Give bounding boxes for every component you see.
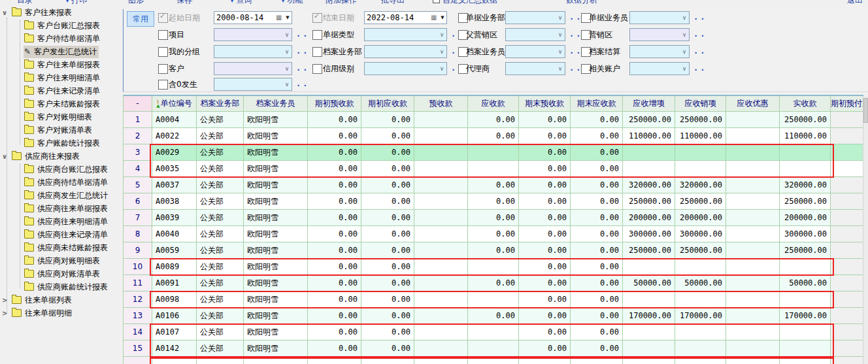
table-cell[interactable]: 公关部 [197, 275, 244, 291]
table-cell[interactable] [780, 144, 831, 161]
table-cell[interactable]: A0107 [152, 324, 197, 340]
table-cell[interactable]: 0.00 [519, 226, 571, 242]
table-cell[interactable] [726, 242, 780, 259]
table-cell[interactable]: 0.00 [519, 177, 571, 193]
table-cell[interactable]: A0035 [152, 161, 197, 177]
table-cell[interactable]: 0.00 [308, 161, 361, 177]
table-cell[interactable] [414, 210, 468, 226]
filter-checkbox-信用级别[interactable] [312, 64, 322, 74]
table-cell[interactable] [726, 128, 780, 144]
menu-item-7[interactable]: 附加操作 [326, 0, 357, 5]
table-cell[interactable]: 0.00 [519, 210, 571, 226]
table-cell[interactable]: 公关部 [197, 291, 244, 308]
row-number-cell[interactable]: 11 [124, 275, 152, 291]
filter-checkbox-我的分组[interactable] [158, 47, 168, 57]
table-cell[interactable]: 0.00 [361, 112, 414, 128]
chevron-down-icon[interactable]: ∨ [282, 81, 292, 88]
table-cell[interactable] [623, 291, 675, 308]
table-cell[interactable]: 0.00 [361, 144, 414, 161]
table-cell[interactable]: A0039 [152, 210, 197, 226]
table-cell[interactable]: 0.00 [308, 128, 361, 144]
table-cell[interactable] [726, 291, 780, 308]
select-field-档案结算[interactable]: ∨ [629, 45, 690, 58]
browse-dots-button[interactable]: .. [296, 79, 309, 88]
table-cell[interactable]: 250000.00 [780, 193, 831, 210]
chevron-down-icon[interactable]: ∨ [680, 48, 689, 55]
table-cell[interactable]: 50000.00 [675, 275, 726, 291]
chevron-right-icon[interactable]: > [2, 297, 7, 304]
select-field-单据业务部[interactable]: ∨ [505, 11, 565, 24]
filter-checkbox-含0发生[interactable] [158, 80, 168, 90]
table-cell[interactable]: A0040 [152, 226, 197, 242]
table-cell[interactable]: 110000.00 [623, 128, 675, 144]
table-cell[interactable]: 110000.00 [675, 128, 726, 144]
table-cell[interactable] [675, 259, 726, 275]
table-cell[interactable] [726, 210, 780, 226]
sidebar-item[interactable]: 客户台账汇总报表 [0, 19, 122, 32]
table-cell[interactable] [831, 259, 863, 275]
table-cell[interactable] [244, 357, 308, 364]
column-header--[interactable]: - [124, 96, 152, 112]
table-cell[interactable]: 公关部 [197, 226, 244, 242]
table-cell[interactable]: 0.00 [361, 128, 414, 144]
table-cell[interactable] [519, 357, 571, 364]
table-cell[interactable]: 0.00 [519, 193, 571, 210]
chevron-down-icon[interactable]: ∨ [2, 153, 7, 160]
table-cell[interactable]: 170000.00 [780, 308, 831, 324]
table-row[interactable]: 14A0107公关部欧阳明雪0.000.000.000.00 [124, 324, 863, 340]
menu-item-8[interactable]: 批导出 [381, 0, 405, 5]
row-number-cell[interactable]: 5 [124, 177, 152, 193]
table-cell[interactable] [623, 340, 675, 357]
table-cell[interactable] [726, 357, 780, 364]
tree-item-body[interactable]: 客户往来报表 [11, 7, 74, 19]
chevron-down-icon[interactable]: ∨ [437, 31, 446, 38]
table-cell[interactable] [675, 144, 726, 161]
table-cell[interactable]: 200000.00 [675, 210, 726, 226]
column-header-应收增项[interactable]: 应收增项 [623, 96, 675, 112]
table-cell[interactable]: 0.00 [361, 340, 414, 357]
sidebar-item[interactable]: 客户对账清单表 [0, 124, 122, 137]
sidebar-item[interactable]: 客户往来明细清单 [0, 71, 122, 84]
row-number-cell[interactable]: 6 [124, 193, 152, 210]
select-field-营销区[interactable]: ∨ [629, 28, 690, 41]
table-cell[interactable] [726, 308, 780, 324]
table-cell[interactable]: 250000.00 [623, 112, 675, 128]
select-field-客户[interactable]: ∨ [214, 62, 292, 75]
table-cell[interactable]: A0059 [152, 242, 197, 259]
table-cell[interactable] [414, 324, 468, 340]
table-cell[interactable]: 0.00 [308, 144, 361, 161]
select-field-父营销区[interactable]: ∨ [505, 28, 565, 41]
table-cell[interactable] [468, 324, 519, 340]
table-cell[interactable]: 公关部 [197, 177, 244, 193]
table-cell[interactable] [831, 177, 863, 193]
row-number-cell[interactable]: 8 [124, 226, 152, 242]
table-cell[interactable] [414, 226, 468, 242]
table-cell[interactable] [414, 177, 468, 193]
tree-item-body[interactable]: 客户待结单据清单 [24, 33, 102, 45]
table-cell[interactable] [831, 144, 863, 161]
filter-checkbox-客户[interactable] [158, 64, 168, 74]
row-number-cell[interactable]: 10 [124, 259, 152, 275]
table-cell[interactable] [414, 128, 468, 144]
table-cell[interactable] [623, 357, 675, 364]
table-cell[interactable]: 0.00 [308, 226, 361, 242]
table-cell[interactable]: A0106 [152, 308, 197, 324]
table-cell[interactable]: 欧阳明雪 [244, 324, 308, 340]
table-cell[interactable] [623, 259, 675, 275]
table-cell[interactable]: 公关部 [197, 324, 244, 340]
table-cell[interactable]: 0.00 [468, 112, 519, 128]
table-cell[interactable] [414, 275, 468, 291]
select-field-单据类型[interactable]: ∨ [364, 28, 447, 41]
browse-dots-button[interactable]: .. [693, 12, 707, 22]
row-number-cell[interactable]: 7 [124, 210, 152, 226]
table-cell[interactable]: 170000.00 [623, 308, 675, 324]
table-cell[interactable] [623, 144, 675, 161]
table-cell[interactable]: 0.00 [571, 259, 623, 275]
sidebar-item[interactable]: 供应商台账汇总报表 [0, 163, 122, 176]
table-cell[interactable]: 0.00 [308, 112, 361, 128]
table-row[interactable]: 10A0089公关部欧阳明雪0.000.000.000.00 [124, 259, 863, 275]
chevron-down-icon[interactable]: ∨ [282, 65, 292, 72]
table-cell[interactable]: 0.00 [571, 210, 623, 226]
chevron-down-icon[interactable]: ∨ [282, 31, 292, 38]
tree-item-body[interactable]: 客户未结账龄报表 [24, 98, 102, 110]
